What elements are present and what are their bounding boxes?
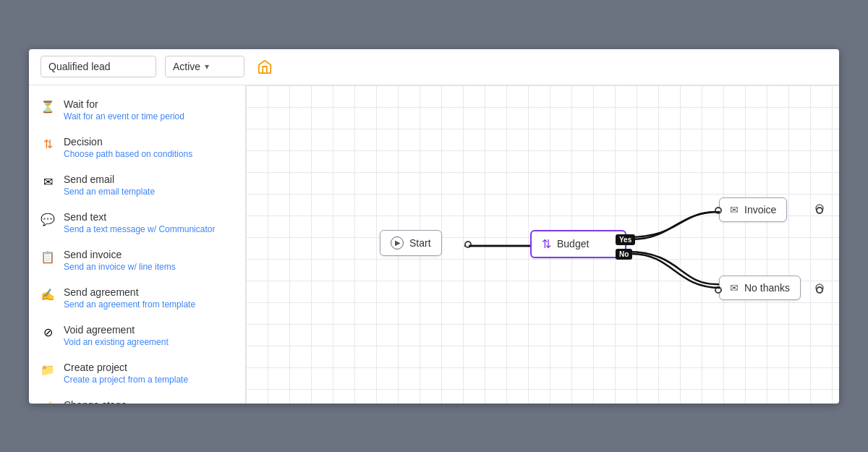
sidebar-item-send-invoice[interactable]: 📋 Send invoice Send an invoice w/ line i… [29, 242, 245, 279]
chevron-down-icon: ▾ [205, 61, 209, 72]
send-invoice-icon: 📋 [41, 250, 55, 265]
workflow-name-input[interactable] [41, 56, 156, 77]
decision-icon: ⇅ [41, 137, 55, 152]
budget-node-label: Budget [557, 238, 589, 250]
yes-badge: Yes [616, 234, 635, 245]
sidebar-item-wait-for[interactable]: ⏳ Wait for Wait for an event or time per… [29, 91, 245, 129]
send-text-icon: 💬 [41, 213, 55, 227]
no-thanks-node[interactable]: ✉ No thanks [719, 276, 801, 300]
start-play-icon: ▶ [391, 236, 404, 250]
start-node[interactable]: ▶ Start [380, 230, 442, 256]
no-thanks-right-connector[interactable] [816, 286, 823, 294]
sidebar-item-send-agreement[interactable]: ✍ Send agreement Send an agreement from … [29, 279, 245, 317]
create-project-desc: Create a project from a template [64, 375, 188, 385]
home-button[interactable] [253, 55, 276, 78]
start-right-connector[interactable] [464, 241, 472, 248]
change-stage-title: Change stage [64, 399, 199, 404]
sidebar-item-create-project[interactable]: 📁 Create project Create a project from a… [29, 354, 245, 392]
change-stage-icon: ⚡ [41, 401, 55, 404]
send-email-desc: Send an email template [64, 187, 155, 197]
invoice-node[interactable]: ✉ Invoice [719, 197, 787, 222]
no-thanks-email-icon: ✉ [730, 282, 739, 294]
status-select[interactable]: Active ▾ [165, 56, 244, 77]
sidebar-item-void-agreement[interactable]: ⊘ Void agreement Void an existing agreem… [29, 317, 245, 354]
sidebar-item-change-stage[interactable]: ⚡ Change stage Change the state of the o… [29, 392, 245, 404]
sidebar-item-send-text[interactable]: 💬 Send text Send a text message w/ Commu… [29, 204, 245, 242]
no-thanks-left-connector[interactable] [715, 286, 722, 294]
send-invoice-desc: Send an invoice w/ line items [64, 262, 176, 272]
decision-desc: Choose path based on conditions [64, 149, 192, 159]
no-thanks-node-label: No thanks [744, 282, 790, 294]
send-invoice-title: Send invoice [64, 249, 176, 260]
wait-for-title: Wait for [64, 98, 184, 110]
wait-for-desc: Wait for an event or time period [64, 111, 184, 121]
send-email-title: Send email [64, 174, 155, 185]
content-area: ⏳ Wait for Wait for an event or time per… [29, 85, 839, 404]
start-node-label: Start [409, 237, 431, 249]
no-badge: No [616, 249, 632, 260]
send-agreement-title: Send agreement [64, 286, 195, 298]
flow-canvas[interactable]: ▶ Start ⇅ Budget Yes No ✉ Invoice [246, 85, 839, 404]
invoice-node-label: Invoice [744, 204, 776, 216]
send-text-title: Send text [64, 211, 215, 223]
void-agreement-desc: Void an existing agreement [64, 337, 169, 347]
sidebar: ⏳ Wait for Wait for an event or time per… [29, 85, 246, 404]
wait-for-icon: ⏳ [41, 100, 55, 114]
send-email-icon: ✉ [41, 175, 55, 189]
sidebar-item-decision[interactable]: ⇅ Decision Choose path based on conditio… [29, 129, 245, 166]
invoice-email-icon: ✉ [730, 204, 739, 216]
send-agreement-icon: ✍ [41, 288, 55, 302]
budget-node[interactable]: ⇅ Budget [530, 230, 626, 258]
void-agreement-title: Void agreement [64, 324, 169, 336]
invoice-left-connector[interactable] [715, 207, 722, 214]
invoice-right-connector[interactable] [816, 207, 823, 214]
toolbar: Active ▾ [29, 49, 839, 85]
send-text-desc: Send a text message w/ Communicator [64, 224, 215, 234]
status-value: Active [173, 61, 200, 72]
budget-icon: ⇅ [542, 237, 551, 251]
send-agreement-desc: Send an agreement from template [64, 299, 195, 310]
main-window: Active ▾ ⏳ Wait for Wait for an event or… [29, 49, 839, 404]
decision-title: Decision [64, 136, 192, 148]
create-project-title: Create project [64, 362, 188, 373]
create-project-icon: 📁 [41, 363, 55, 378]
sidebar-item-send-email[interactable]: ✉ Send email Send an email template [29, 166, 245, 204]
void-agreement-icon: ⊘ [41, 325, 55, 340]
